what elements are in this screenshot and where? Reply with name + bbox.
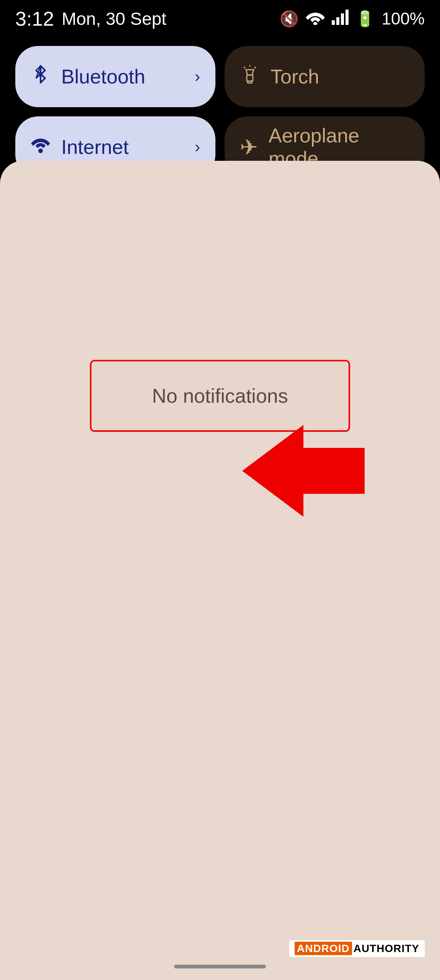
red-arrow-icon <box>242 425 365 517</box>
notification-area: No notifications <box>0 161 440 980</box>
status-left: 3:12 Mon, 30 Sept <box>15 7 166 30</box>
svg-rect-4 <box>345 10 349 25</box>
internet-label: Internet <box>61 136 195 158</box>
no-notifications-container: No notifications <box>90 360 350 432</box>
bluetooth-chevron[interactable]: › <box>195 67 200 86</box>
torch-tile[interactable]: Torch <box>225 46 425 107</box>
torch-icon <box>240 64 260 89</box>
svg-point-0 <box>313 22 317 25</box>
no-notifications-text: No notifications <box>152 385 288 407</box>
battery-percentage: 100% <box>381 9 425 28</box>
svg-point-15 <box>38 149 43 153</box>
bluetooth-icon <box>31 64 51 89</box>
watermark-suffix: AUTHORITY <box>354 942 419 954</box>
bluetooth-tile[interactable]: Bluetooth › <box>15 46 215 107</box>
watermark-brand: ANDROID <box>295 942 352 955</box>
battery-icon: 🔋 <box>355 10 375 28</box>
internet-chevron[interactable]: › <box>195 138 200 156</box>
svg-rect-10 <box>247 75 253 81</box>
internet-wifi-icon <box>31 135 51 160</box>
svg-line-13 <box>244 67 245 68</box>
svg-line-14 <box>254 67 256 68</box>
svg-rect-1 <box>332 20 335 25</box>
mute-icon: 🔇 <box>280 10 299 28</box>
status-right: 🔇 🔋 100% <box>280 9 425 28</box>
status-time: 3:12 <box>15 7 54 30</box>
status-date: Mon, 30 Sept <box>62 8 166 29</box>
signal-icon <box>332 10 349 28</box>
bluetooth-label: Bluetooth <box>61 65 195 88</box>
nav-bar <box>174 965 266 969</box>
torch-label: Torch <box>271 65 409 88</box>
wifi-icon <box>306 10 325 28</box>
no-notifications-box: No notifications <box>90 360 350 432</box>
arrow-indicator <box>242 425 365 518</box>
svg-rect-11 <box>248 81 252 83</box>
aeroplane-icon: ✈ <box>240 135 258 160</box>
svg-marker-16 <box>242 425 365 517</box>
status-bar: 3:12 Mon, 30 Sept 🔇 🔋 100% <box>0 0 440 34</box>
svg-rect-3 <box>341 13 344 25</box>
watermark: ANDROIDAUTHORITY <box>289 940 425 957</box>
svg-rect-2 <box>336 17 339 25</box>
